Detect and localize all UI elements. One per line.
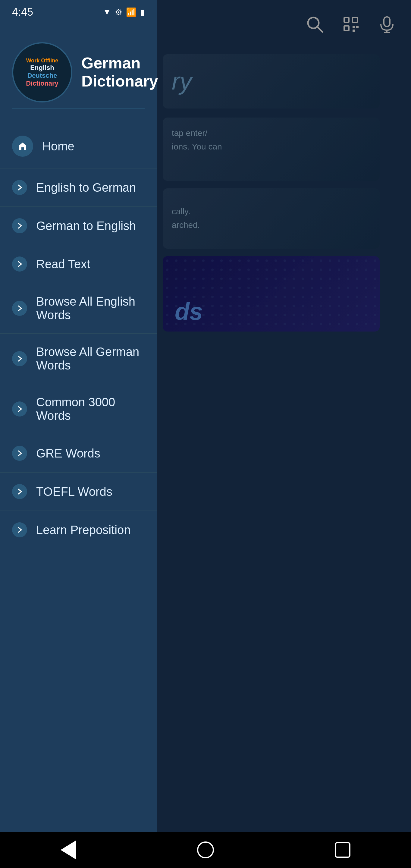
menu-home-label: Home (42, 140, 145, 153)
menu-learn-preposition-label: Learn Preposition (36, 523, 145, 537)
menu-item-learn-preposition[interactable]: Learn Preposition (0, 511, 157, 549)
drawer-divider (12, 108, 145, 109)
menu-item-gre-words[interactable]: GRE Words (0, 434, 157, 472)
menu-german-to-english-label: German to English (36, 219, 145, 233)
navigation-drawer: 4:45 ▼ ⚙ 📶 ▮ Work Offline English Deutsc… (0, 0, 157, 868)
menu-english-to-german-label: English to German (36, 181, 145, 194)
logo-line4: Dictionary (26, 80, 59, 87)
menu-item-browse-german[interactable]: Browse All German Words (0, 334, 157, 384)
status-bar: 4:45 ▼ ⚙ 📶 ▮ (0, 0, 157, 24)
logo-line1: Work Offline (26, 58, 59, 64)
menu-browse-english-label: Browse All English Words (36, 295, 145, 322)
status-icons: ▼ ⚙ 📶 ▮ (103, 7, 145, 17)
home-nav-button[interactable] (193, 838, 218, 862)
chevron-right-icon-7 (12, 446, 27, 461)
chevron-right-icon-6 (12, 401, 27, 416)
menu-common-3000-label: Common 3000 Words (36, 396, 145, 423)
menu-browse-german-label: Browse All German Words (36, 345, 145, 372)
menu-item-read-text[interactable]: Read Text (0, 245, 157, 283)
chevron-right-icon-1 (12, 180, 27, 195)
signal-icon: 📶 (126, 7, 136, 17)
wifi-icon: ▼ (103, 7, 111, 17)
drawer-header: Work Offline English Deutsche Dictionary… (0, 24, 157, 124)
home-nav-icon (197, 841, 214, 858)
chevron-right-icon-9 (12, 522, 27, 537)
chevron-right-icon-3 (12, 256, 27, 272)
recents-icon (335, 842, 350, 858)
home-icon-circle (12, 135, 33, 157)
chevron-right-icon-4 (12, 301, 27, 316)
menu-gre-words-label: GRE Words (36, 447, 145, 460)
menu-item-toefl-words[interactable]: TOEFL Words (0, 472, 157, 511)
chevron-right-icon-2 (12, 218, 27, 233)
logo-line2: English (30, 64, 54, 72)
menu-read-text-label: Read Text (36, 257, 145, 271)
chevron-right-icon-8 (12, 484, 27, 499)
settings-icon: ⚙ (115, 7, 122, 17)
back-icon (61, 840, 76, 860)
recents-button[interactable] (330, 838, 355, 862)
logo-line3: Deutsche (27, 72, 57, 80)
drawer-title: German Dictionary (81, 54, 158, 90)
app-logo: Work Offline English Deutsche Dictionary (12, 42, 72, 102)
menu-item-browse-english[interactable]: Browse All English Words (0, 283, 157, 334)
bottom-navigation (0, 832, 411, 868)
menu-item-home[interactable]: Home (0, 124, 157, 168)
chevron-right-icon-5 (12, 351, 27, 366)
menu-item-english-to-german[interactable]: English to German (0, 168, 157, 207)
back-button[interactable] (56, 838, 81, 862)
menu-item-common-3000[interactable]: Common 3000 Words (0, 384, 157, 434)
battery-icon: ▮ (140, 7, 145, 17)
drawer-menu: Home English to German German to English (0, 124, 157, 868)
menu-toefl-words-label: TOEFL Words (36, 485, 145, 498)
status-time: 4:45 (12, 6, 33, 19)
menu-item-german-to-english[interactable]: German to English (0, 207, 157, 245)
